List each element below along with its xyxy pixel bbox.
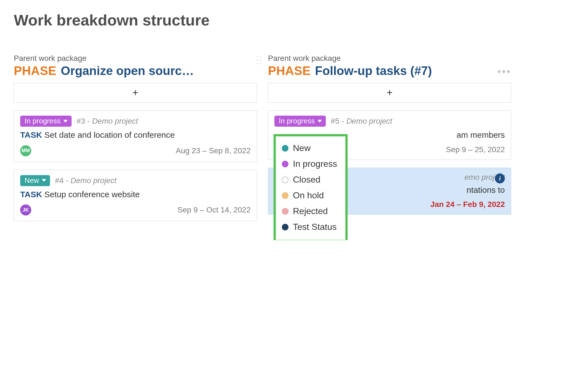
phase-tag: PHASE [14,64,56,78]
column-subtitle: Parent work package [268,54,511,63]
status-label: New [25,176,39,185]
status-dot-icon [282,176,288,183]
status-dot-icon [282,208,288,215]
status-option-label: Closed [293,175,321,185]
phase-tag: PHASE [268,64,311,78]
card-task-3[interactable]: In progress #3 - Demo project TASKSet da… [14,110,257,162]
status-dot-icon [282,192,288,199]
add-card-button[interactable]: + [14,83,257,103]
column-title: Organize open sourc… [61,64,194,78]
status-option-closed[interactable]: Closed [281,172,338,188]
more-icon[interactable]: ••• [495,67,511,77]
card-project: Demo project [70,176,117,185]
column-header[interactable]: PHASE Follow-up tasks (#7) ••• [268,64,511,78]
column-header[interactable]: PHASE Organize open sourc… [14,64,257,78]
status-option-test-status[interactable]: Test Status [281,219,338,235]
avatar[interactable]: JK [20,204,31,215]
status-label: In progress [279,117,315,125]
card-title-row: TASKSetup conference website [20,189,251,200]
card-title: Set date and location of conference [44,130,175,139]
chevron-down-icon [42,179,46,182]
card-project: Demo project [346,117,392,125]
status-dot-icon [282,161,288,167]
card-id: #3 [77,117,85,125]
column-phase-organize: Parent work package PHASE Organize open … [14,54,257,229]
status-option-label: Test Status [293,222,337,232]
status-option-on-hold[interactable]: On hold [281,188,338,203]
status-dropdown[interactable]: New In progress Closed On hold Rejected … [274,134,348,240]
card-project: Demo project [92,117,138,125]
status-option-new[interactable]: New [281,140,338,156]
info-icon[interactable]: i [495,173,505,183]
task-tag: TASK [20,130,42,139]
column-title: Follow-up tasks (#7) [315,64,432,78]
task-tag: TASK [20,190,42,199]
status-option-in-progress[interactable]: In progress [281,156,338,172]
status-option-rejected[interactable]: Rejected [281,203,338,219]
plus-icon: + [387,87,392,98]
status-option-label: Rejected [293,206,328,216]
chevron-down-icon [317,120,322,123]
status-label: In progress [25,117,61,125]
date-range: Sep 9 – Oct 14, 2022 [177,206,251,214]
status-option-label: On hold [293,190,324,201]
plus-icon: + [132,87,138,98]
card-meta: #3 - Demo project [77,117,138,126]
status-pill[interactable]: New [20,175,50,186]
date-range: Jan 24 – Feb 9, 2022 [431,200,505,209]
date-range: Sep 9 – 25, 2022 [446,145,505,154]
status-option-label: New [293,143,311,153]
drag-handle-icon[interactable]: • •• •• • [257,56,262,66]
status-dot-icon [282,224,288,230]
card-meta: #4 - Demo project [55,176,117,185]
date-range: Aug 23 – Sep 8, 2022 [176,146,251,155]
card-task-4[interactable]: New #4 - Demo project TASKSetup conferen… [14,170,257,222]
status-pill[interactable]: In progress [274,116,326,127]
card-meta: #5 - Demo project [331,117,392,126]
page-title: Work breakdown structure [14,11,574,29]
card-id: #4 [55,176,64,185]
avatar[interactable]: MM [20,145,31,156]
card-title: ntations to [467,185,505,194]
column-phase-followup: • •• •• • Parent work package PHASE Foll… [268,54,511,229]
card-id: #5 [331,117,339,125]
card-title-row: TASKSet date and location of conference [20,129,251,141]
status-pill[interactable]: In progress [20,116,72,127]
status-option-label: In progress [293,159,337,169]
card-title: am members [456,130,505,139]
add-card-button[interactable]: + [268,83,511,103]
board: Parent work package PHASE Organize open … [14,54,574,229]
card-title: Setup conference website [44,190,140,199]
chevron-down-icon [63,120,68,123]
column-subtitle: Parent work package [14,54,257,63]
status-dot-icon [282,145,288,152]
